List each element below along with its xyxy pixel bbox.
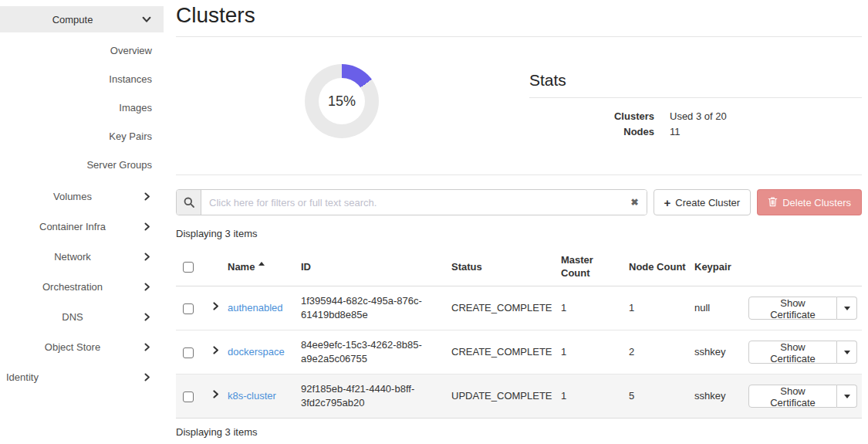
search-icon[interactable] — [177, 190, 201, 215]
sidebar-group-compute-label: Compute — [52, 14, 93, 25]
clear-search-icon[interactable]: ✖ — [623, 190, 647, 215]
table-header-row: Name ID Status Master Count Node Count K… — [176, 247, 862, 286]
row-select-cell — [176, 375, 207, 419]
caret-down-icon — [844, 307, 850, 310]
row-checkbox[interactable] — [183, 303, 194, 314]
row-checkbox[interactable] — [183, 347, 194, 358]
usage-donut: 15% — [305, 64, 379, 138]
expand-row-icon[interactable] — [211, 301, 221, 315]
stat-value-clusters: Used 3 of 20 — [670, 109, 727, 124]
cluster-master-count-cell: 1 — [557, 286, 625, 330]
chevron-right-icon — [142, 372, 152, 382]
chevron-right-icon — [142, 312, 152, 322]
sidebar-group-identity[interactable]: Identity — [0, 362, 164, 392]
stats-column: Stats Clusters Used 3 of 20 Nodes 11 — [529, 37, 862, 175]
sidebar-group-volumes[interactable]: Volumes — [0, 181, 164, 212]
expand-row-icon[interactable] — [211, 345, 221, 359]
cluster-name-cell: authenabled — [224, 286, 297, 330]
select-all-header — [176, 247, 207, 286]
column-header-name-label: Name — [228, 261, 255, 273]
cluster-status-cell: UPDATE_COMPLETE — [448, 375, 557, 419]
chevron-right-icon — [142, 282, 152, 292]
select-all-checkbox[interactable] — [183, 262, 194, 273]
sidebar-groups: Volumes Container Infra Network Orchestr… — [0, 181, 164, 362]
stats-list: Clusters Used 3 of 20 Nodes 11 — [529, 109, 862, 140]
cluster-keypair-cell: sshkey — [691, 375, 745, 419]
table-row: dockerspace 84ee9efc-15c3-4262-8b85-a9e2… — [176, 330, 862, 375]
caret-down-icon — [844, 351, 850, 354]
table-row: authenabled 1f395944-682c-495a-876c-6141… — [176, 286, 862, 330]
sidebar-group-compute[interactable]: Compute — [0, 6, 164, 32]
table-row: k8s-cluster 92f185eb-4f21-4440-b8ff-3fd2… — [176, 375, 862, 419]
cluster-name-link[interactable]: authenabled — [228, 302, 283, 314]
sidebar-group-dns[interactable]: DNS — [0, 302, 164, 332]
sidebar-item-instances[interactable]: Instances — [0, 65, 164, 93]
sidebar-compute-items: Overview Instances Images Key Pairs Serv… — [0, 32, 164, 179]
actions-dropdown-button[interactable] — [837, 297, 857, 320]
cluster-name-link[interactable]: k8s-cluster — [228, 390, 276, 402]
usage-section: 15% Stats Clusters Used 3 of 20 Nodes 11 — [176, 37, 862, 175]
sidebar-item-overview[interactable]: Overview — [0, 36, 164, 65]
cluster-status-cell: CREATE_COMPLETE — [448, 286, 557, 330]
sidebar-group-volumes-label: Volumes — [53, 191, 92, 202]
show-certificate-button[interactable]: Show Certificate — [748, 385, 837, 408]
column-header-name[interactable]: Name — [224, 247, 297, 286]
main-content: Clusters 15% Stats Clusters Used 3 of 20 — [164, 0, 868, 438]
caret-down-icon — [844, 395, 850, 398]
row-actions-cell: Show Certificate — [745, 375, 862, 419]
show-certificate-button[interactable]: Show Certificate — [748, 297, 837, 320]
sidebar-group-container-infra[interactable]: Container Infra — [0, 212, 164, 242]
column-header-master-count[interactable]: Master Count — [557, 247, 625, 286]
clusters-table: Name ID Status Master Count Node Count K… — [176, 247, 862, 419]
expand-row-icon[interactable] — [211, 389, 221, 403]
sidebar-group-orchestration[interactable]: Orchestration — [0, 272, 164, 302]
delete-clusters-button[interactable]: Delete Clusters — [757, 189, 862, 215]
stat-label-clusters: Clusters — [529, 109, 654, 124]
sidebar-group-dns-label: DNS — [62, 311, 83, 323]
page-title: Clusters — [176, 3, 862, 28]
sidebar-group-object-store[interactable]: Object Store — [0, 332, 164, 362]
stat-label-nodes: Nodes — [529, 124, 654, 140]
actions-dropdown-button[interactable] — [837, 385, 857, 408]
search-input[interactable] — [201, 190, 623, 215]
sidebar-group-network[interactable]: Network — [0, 242, 164, 272]
chevron-right-icon — [142, 252, 152, 262]
sort-asc-icon — [258, 262, 265, 266]
action-button-group: Show Certificate — [748, 297, 857, 320]
usage-donut-label: 15% — [319, 78, 365, 124]
cluster-keypair-cell: sshkey — [691, 330, 745, 375]
action-button-group: Show Certificate — [748, 341, 857, 364]
column-header-node-count[interactable]: Node Count — [625, 247, 691, 286]
column-header-actions — [745, 247, 862, 286]
show-certificate-button[interactable]: Show Certificate — [748, 341, 837, 364]
row-select-cell — [176, 286, 207, 330]
plus-icon: + — [664, 197, 671, 208]
cluster-name-link[interactable]: dockerspace — [228, 346, 285, 358]
cluster-name-cell: dockerspace — [224, 330, 297, 375]
delete-clusters-label: Delete Clusters — [782, 197, 851, 208]
sidebar-item-key-pairs[interactable]: Key Pairs — [0, 122, 164, 151]
search-bar: ✖ — [176, 189, 647, 215]
actions-dropdown-button[interactable] — [837, 341, 857, 364]
stat-value-nodes: 11 — [670, 124, 681, 140]
displaying-count-top: Displaying 3 items — [176, 228, 862, 239]
divider — [176, 175, 862, 175]
action-button-group: Show Certificate — [748, 385, 857, 408]
chevron-right-icon — [142, 222, 152, 232]
cluster-status-cell: CREATE_COMPLETE — [448, 330, 557, 375]
row-select-cell — [176, 330, 207, 375]
sidebar-item-server-groups[interactable]: Server Groups — [0, 151, 164, 179]
cluster-node-count-cell: 5 — [625, 375, 691, 419]
stat-row-clusters: Clusters Used 3 of 20 — [529, 109, 862, 124]
sidebar-item-images[interactable]: Images — [0, 93, 164, 122]
cluster-id-cell: 1f395944-682c-495a-876c-61419bd8e85e — [297, 286, 448, 330]
sidebar: Compute Overview Instances Images Key Pa… — [0, 0, 164, 438]
column-header-keypair[interactable]: Keypair — [691, 247, 745, 286]
sidebar-group-container-infra-label: Container Infra — [39, 221, 106, 232]
usage-percent-text: 15% — [328, 93, 356, 110]
row-checkbox[interactable] — [183, 391, 194, 402]
column-header-status[interactable]: Status — [448, 247, 557, 286]
sidebar-group-object-store-label: Object Store — [45, 341, 100, 353]
create-cluster-button[interactable]: + Create Cluster — [654, 189, 751, 215]
column-header-id[interactable]: ID — [297, 247, 448, 286]
